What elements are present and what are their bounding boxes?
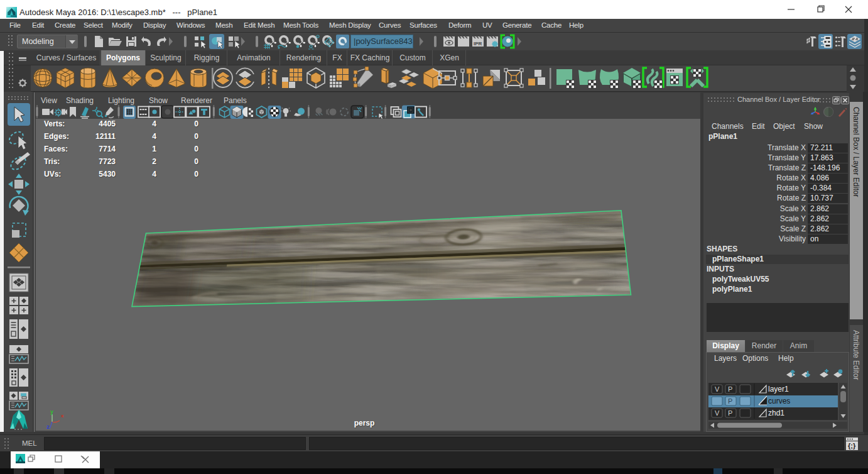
svg-text:curves: curves (768, 397, 790, 405)
svg-text:IPR: IPR (474, 41, 482, 47)
svg-text:P: P (728, 397, 732, 405)
svg-text:P: P (728, 409, 732, 417)
svg-text:P: P (728, 385, 732, 393)
svg-text:V: V (715, 385, 720, 393)
svg-text:{;}: {;} (848, 442, 856, 449)
svg-text:zhd1: zhd1 (768, 409, 784, 417)
svg-text:layer1: layer1 (768, 385, 789, 394)
svg-text:V: V (715, 409, 720, 417)
